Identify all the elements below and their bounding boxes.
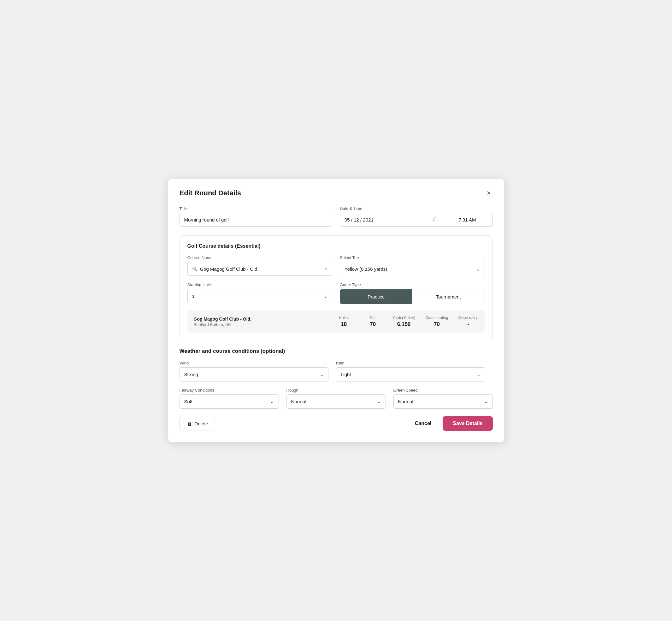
select-tee-value: Yellow (6,156 yards) xyxy=(344,266,476,272)
rough-label: Rough xyxy=(287,388,386,392)
slope-rating-label: Slope rating xyxy=(458,316,478,320)
save-button[interactable]: Save Details xyxy=(443,416,493,431)
select-tee-label: Select Tee xyxy=(340,255,485,260)
cancel-button[interactable]: Cancel xyxy=(410,417,436,430)
chevron-down-icon: ⌄ xyxy=(270,399,274,405)
green-speed-value: Normal xyxy=(398,399,484,404)
chevron-down-icon: ⌄ xyxy=(377,399,381,405)
footer-row: 🗑 Delete Cancel Save Details xyxy=(179,416,493,431)
rain-field: Rain Light ⌄ xyxy=(336,361,485,381)
conditions-row: Fairway Conditions Soft ⌄ Rough Normal ⌄… xyxy=(179,388,493,409)
holes-value: 18 xyxy=(341,321,347,328)
wind-dropdown[interactable]: Strong ⌄ xyxy=(179,367,329,381)
rain-value: Light xyxy=(341,372,476,377)
modal-header: Edit Round Details × xyxy=(179,189,493,197)
wind-rain-row: Wind Strong ⌄ Rain Light ⌄ xyxy=(179,361,493,381)
modal-title: Edit Round Details xyxy=(179,189,241,197)
chevron-down-icon: ⌄ xyxy=(484,399,488,405)
title-input[interactable] xyxy=(179,213,333,226)
datetime-field-group: Date & Time 05 / 12 / 2021 🗓 7:31 AM xyxy=(340,206,493,226)
slope-rating-stat: Slope rating - xyxy=(458,316,478,328)
course-name-value: Gog Magog Golf Club - Old xyxy=(200,266,322,272)
course-name-label: Course Name xyxy=(187,255,333,260)
game-type-label: Game Type xyxy=(340,282,485,287)
tournament-toggle-button[interactable]: Tournament xyxy=(412,289,485,304)
top-row: Title Date & Time 05 / 12 / 2021 🗓 7:31 … xyxy=(179,206,493,226)
edit-round-modal: Edit Round Details × Title Date & Time 0… xyxy=(168,179,504,442)
weather-section-title: Weather and course conditions (optional) xyxy=(179,348,493,355)
game-type-field: Game Type Practice Tournament xyxy=(340,282,485,304)
golf-course-title: Golf Course details (Essential) xyxy=(187,243,485,249)
select-tee-dropdown[interactable]: Yellow (6,156 yards) ⌄ xyxy=(340,262,485,276)
course-location: Shelford Bottom, UK xyxy=(194,322,324,327)
starting-hole-field: Starting Hole 1 ⌄ xyxy=(187,282,333,304)
chevron-down-icon: ⌄ xyxy=(476,371,480,377)
yards-value: 6,156 xyxy=(397,321,411,328)
calendar-icon: 🗓 xyxy=(432,217,437,222)
date-value: 05 / 12 / 2021 xyxy=(344,217,430,222)
trash-icon: 🗑 xyxy=(187,421,192,426)
fairway-dropdown[interactable]: Soft ⌄ xyxy=(179,395,279,409)
chevron-down-icon: ⌄ xyxy=(476,266,480,272)
green-speed-dropdown[interactable]: Normal ⌄ xyxy=(393,395,493,409)
rough-dropdown[interactable]: Normal ⌄ xyxy=(287,395,386,409)
practice-toggle-button[interactable]: Practice xyxy=(340,289,412,304)
wind-label: Wind xyxy=(179,361,329,365)
wind-value: Strong xyxy=(184,372,320,377)
course-info-bar: Gog Magog Golf Club - Old, Shelford Bott… xyxy=(187,310,485,333)
yards-label: Yards(Yellow) xyxy=(392,316,416,320)
course-name-tee-row: Course Name 🔍 Gog Magog Golf Club - Old … xyxy=(187,255,485,276)
green-speed-label: Green Speed xyxy=(393,388,493,392)
datetime-row: 05 / 12 / 2021 🗓 7:31 AM xyxy=(340,213,493,226)
title-field-group: Title xyxy=(179,206,333,226)
green-speed-field: Green Speed Normal ⌄ xyxy=(393,388,493,409)
holes-stat: Holes 18 xyxy=(334,316,353,328)
par-label: Par xyxy=(370,316,376,320)
fairway-value: Soft xyxy=(184,399,270,404)
golf-course-section: Golf Course details (Essential) Course N… xyxy=(179,236,493,339)
fairway-field: Fairway Conditions Soft ⌄ xyxy=(179,388,279,409)
fairway-label: Fairway Conditions xyxy=(179,388,279,392)
clear-icon[interactable]: × xyxy=(325,266,328,272)
chevron-down-icon: ⌄ xyxy=(320,371,324,377)
search-icon: 🔍 xyxy=(192,266,198,272)
par-stat: Par 70 xyxy=(364,316,382,328)
rough-value: Normal xyxy=(291,399,377,404)
date-input[interactable]: 05 / 12 / 2021 🗓 xyxy=(340,213,442,226)
chevron-down-icon: ⌄ xyxy=(323,293,328,299)
datetime-label: Date & Time xyxy=(340,206,493,211)
starting-hole-dropdown[interactable]: 1 ⌄ xyxy=(187,289,333,303)
course-name-field: Course Name 🔍 Gog Magog Golf Club - Old … xyxy=(187,255,333,276)
close-button[interactable]: × xyxy=(485,189,493,197)
weather-section: Weather and course conditions (optional)… xyxy=(179,348,493,409)
holes-label: Holes xyxy=(339,316,349,320)
starting-hole-label: Starting Hole xyxy=(187,282,333,287)
rain-dropdown[interactable]: Light ⌄ xyxy=(336,367,485,381)
course-rating-label: Course rating xyxy=(425,316,448,320)
wind-field: Wind Strong ⌄ xyxy=(179,361,329,381)
slope-rating-value: - xyxy=(468,321,469,328)
par-value: 70 xyxy=(370,321,376,328)
rough-field: Rough Normal ⌄ xyxy=(287,388,386,409)
yards-stat: Yards(Yellow) 6,156 xyxy=(392,316,416,328)
game-type-toggle: Practice Tournament xyxy=(340,289,485,304)
course-name-main: Gog Magog Golf Club - Old, xyxy=(194,317,324,322)
title-label: Title xyxy=(179,206,333,211)
hole-gametype-row: Starting Hole 1 ⌄ Game Type Practice Tou… xyxy=(187,282,485,304)
course-rating-stat: Course rating 70 xyxy=(425,316,448,328)
course-name-block: Gog Magog Golf Club - Old, Shelford Bott… xyxy=(194,317,324,327)
delete-button[interactable]: 🗑 Delete xyxy=(179,417,216,430)
course-rating-value: 70 xyxy=(434,321,440,328)
starting-hole-value: 1 xyxy=(192,293,324,299)
footer-right: Cancel Save Details xyxy=(410,416,493,431)
course-name-input[interactable]: 🔍 Gog Magog Golf Club - Old × xyxy=(187,262,333,276)
time-input[interactable]: 7:31 AM xyxy=(442,213,493,226)
delete-label: Delete xyxy=(195,421,208,426)
rain-label: Rain xyxy=(336,361,485,365)
select-tee-field: Select Tee Yellow (6,156 yards) ⌄ xyxy=(340,255,485,276)
time-value: 7:31 AM xyxy=(447,217,488,222)
